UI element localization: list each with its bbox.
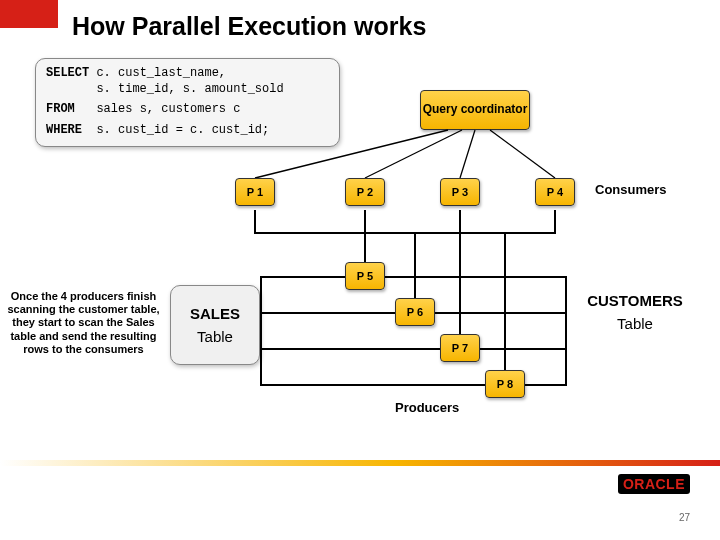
customers-sublabel: Table — [570, 315, 700, 332]
consumer-p3: P 3 — [440, 178, 480, 206]
consumer-p2: P 2 — [345, 178, 385, 206]
conn-sales-p5 — [260, 276, 345, 278]
consumer-p4: P 4 — [535, 178, 575, 206]
sql-kw-where: WHERE — [46, 123, 96, 137]
interconnect-grid — [254, 210, 556, 256]
sql-query-box: SELECT c. cust_last_name, s. time_id, s.… — [35, 58, 340, 147]
oracle-logo: ORACLE — [618, 474, 690, 494]
svg-line-3 — [490, 130, 555, 178]
svg-line-1 — [365, 130, 462, 178]
producer-p6: P 6 — [395, 298, 435, 326]
producers-label: Producers — [395, 400, 459, 415]
conn-p5-cust — [385, 276, 567, 278]
conn-p8-cust — [525, 384, 567, 386]
query-coordinator-box: Query coordinator — [420, 90, 530, 130]
conn-sales-p6 — [260, 312, 395, 314]
conn-cust-v — [565, 276, 567, 386]
sql-where-pred: s. cust_id = c. cust_id; — [96, 123, 269, 137]
customers-table-box: CUSTOMERS Table — [570, 292, 700, 332]
consumers-label: Consumers — [595, 182, 667, 197]
customers-label: CUSTOMERS — [570, 292, 700, 309]
conn-p6-cust — [435, 312, 565, 314]
oracle-logo-text: ORACLE — [623, 476, 685, 492]
conn-p7-cust — [480, 348, 565, 350]
sql-from-tables: sales s, customers c — [96, 102, 240, 116]
producer-p7: P 7 — [440, 334, 480, 362]
page-number: 27 — [679, 512, 690, 523]
conn-sales-p8 — [260, 384, 485, 386]
sales-sublabel: Table — [197, 328, 233, 345]
svg-line-2 — [460, 130, 475, 178]
sales-label: SALES — [190, 305, 240, 322]
page-title: How Parallel Execution works — [72, 12, 426, 41]
sql-select-cols2: s. time_id, s. amount_sold — [46, 81, 329, 97]
conn-sales-p5v — [260, 276, 262, 386]
brand-red-block — [0, 0, 58, 28]
sales-table-box: SALES Table — [170, 285, 260, 365]
consumer-p1: P 1 — [235, 178, 275, 206]
sql-kw-from: FROM — [46, 102, 96, 116]
sql-kw-select: SELECT — [46, 66, 96, 80]
footer-gradient-bar — [0, 460, 720, 466]
conn-sales-p7 — [260, 348, 440, 350]
producer-p8: P 8 — [485, 370, 525, 398]
sql-select-cols: c. cust_last_name, — [96, 66, 226, 80]
producer-p5: P 5 — [345, 262, 385, 290]
narration-caption: Once the 4 producers finish scanning the… — [6, 290, 161, 356]
